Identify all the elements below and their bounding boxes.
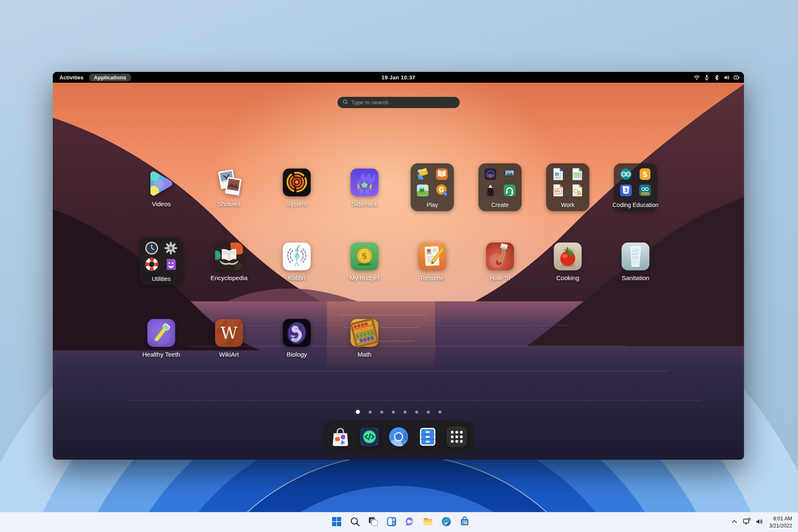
app-biology[interactable]: Biology (266, 318, 328, 358)
app-label: Kolibri (288, 274, 305, 281)
windows-start-button[interactable] (328, 514, 346, 531)
app-label: How To (490, 274, 510, 281)
store-icon (459, 516, 470, 528)
folder-label: Create (491, 202, 509, 208)
svg-text:W: W (220, 323, 237, 342)
tray-volume-tray-button[interactable] (753, 514, 766, 531)
lifebuoy-icon (145, 257, 159, 271)
folder-preview (140, 241, 183, 271)
app-wikiart[interactable]: WWikiArt (198, 318, 260, 358)
app-videos[interactable]: Videos (130, 167, 192, 207)
app-system[interactable]: System (266, 167, 328, 207)
folder-work[interactable]: Work (546, 163, 589, 211)
pager-dot-4[interactable] (392, 411, 395, 414)
arduino-ide-icon: ARDUINO (638, 183, 652, 197)
videos-icon (146, 167, 176, 197)
folder-utilities[interactable]: Utilities (140, 237, 183, 285)
app-label: Cooking (556, 274, 579, 281)
app-label: Math (357, 351, 371, 358)
pager-dot-5[interactable] (404, 411, 406, 414)
app-my-budget[interactable]: $My Budget (333, 241, 396, 281)
pager-dot-1[interactable] (356, 410, 360, 414)
widgets-button[interactable] (382, 514, 401, 531)
files-icon (416, 443, 439, 449)
windows-taskbar: 8:01 AM 3/21/2022 (0, 512, 798, 532)
folder-preview: G (411, 167, 454, 197)
svg-text:ARDUINO: ARDUINO (640, 193, 650, 195)
activities-button[interactable]: Activities (59, 74, 84, 81)
kolibri-icon (282, 241, 312, 271)
app-label: Healthy Teeth (142, 351, 180, 358)
arduino-icon (619, 167, 633, 181)
app-math[interactable]: Math (333, 318, 396, 358)
app-label: My Budget (350, 274, 379, 281)
file-explorer-button[interactable] (419, 514, 437, 531)
wikiart-icon: W (214, 318, 244, 348)
app-sidetrack[interactable]: Sidetrack (333, 167, 396, 207)
app-label: Videos (152, 200, 171, 207)
task-view-button[interactable] (364, 514, 382, 531)
chromium-icon (387, 443, 410, 449)
applications-button[interactable]: Applications (89, 74, 131, 81)
clock-menu[interactable]: 19 Jan 10:37 (382, 74, 415, 81)
healthy-teeth-icon (146, 318, 176, 348)
battery-charging-icon (734, 74, 740, 81)
app-encyclopedia[interactable]: Encyclopedia (198, 241, 260, 281)
app-label: System (286, 200, 307, 207)
biology-icon (282, 318, 312, 348)
store-button[interactable] (456, 514, 474, 531)
app-grid: VideosShotwellSystemSidetrackGPlayCreate… (53, 72, 744, 460)
endless-os-window: Activities Applications 19 Jan 10:37 Typ… (53, 72, 744, 460)
encyclopedia-icon (214, 241, 244, 271)
hack-dock-button[interactable] (358, 426, 381, 448)
pager-dot-6[interactable] (415, 411, 418, 414)
shotwell-icon (214, 167, 244, 197)
gnome-top-bar: Activities Applications 19 Jan 10:37 (53, 72, 744, 83)
frog-game-icon (416, 183, 430, 197)
headset-icon (502, 183, 517, 197)
app-kolibri[interactable]: Kolibri (266, 241, 328, 281)
pager-dot-2[interactable] (369, 411, 372, 414)
app-label: Sidetrack (352, 200, 378, 207)
chevron-up-tray-button[interactable] (728, 514, 741, 531)
edge-button[interactable] (437, 514, 456, 531)
sidetrack-icon (350, 167, 379, 197)
file-explorer-icon (423, 516, 433, 528)
files-dock-button[interactable] (416, 426, 439, 448)
app-how-to[interactable]: How To (469, 241, 531, 281)
chromium-dock-button[interactable] (387, 426, 410, 448)
app-center-dock-button[interactable] (329, 426, 352, 448)
folder-label: Utilities (152, 276, 170, 282)
css3-icon: 3 (619, 183, 633, 197)
pager-dot-7[interactable] (427, 411, 430, 414)
folder-play[interactable]: GPlay (411, 163, 454, 211)
tray-clock[interactable]: 8:01 AM 3/21/2022 (766, 515, 796, 530)
folder-label: Play (426, 202, 438, 208)
folder-create[interactable]: Create (478, 163, 522, 211)
network-tray-button[interactable] (741, 514, 753, 531)
app-label: Encyclopedia (210, 274, 247, 281)
folder-coding-education[interactable]: S3ARDUINOCoding Education (614, 163, 657, 211)
chat-button[interactable] (401, 514, 419, 531)
app-r-sum[interactable]: Résumé (401, 241, 463, 281)
app-shotwell[interactable]: Shotwell (198, 167, 260, 207)
chat-icon (404, 516, 415, 528)
resume-icon (417, 241, 447, 271)
taskbar-search-button[interactable] (346, 514, 364, 531)
app-sanitation[interactable]: Sanitation (604, 241, 667, 281)
tray-date: 3/21/2022 (769, 522, 792, 530)
gear-icon (164, 241, 178, 255)
chevron-up-icon (730, 517, 739, 527)
scratch-icon: S (638, 167, 652, 181)
pager-dot-8[interactable] (438, 411, 441, 414)
svg-text:G: G (439, 186, 444, 194)
edge-icon (441, 516, 452, 528)
app-healthy-teeth[interactable]: Healthy Teeth (130, 318, 192, 358)
search-input[interactable]: Type to search (337, 97, 460, 108)
inkscape-icon (483, 183, 498, 197)
pager-dot-3[interactable] (380, 411, 383, 414)
how-to-icon (485, 241, 515, 271)
app-grid-dock-button[interactable] (446, 426, 468, 448)
app-cooking[interactable]: Cooking (537, 241, 599, 281)
system-status-area[interactable] (694, 72, 740, 83)
